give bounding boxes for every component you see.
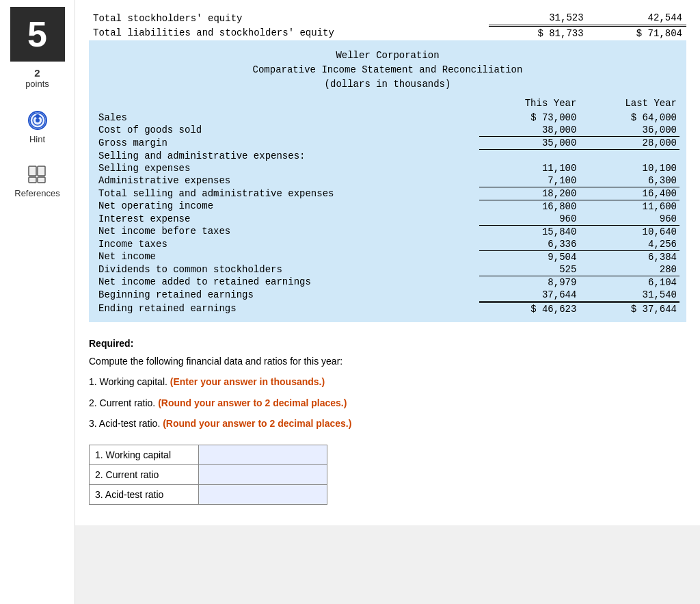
row-label: Income taxes <box>96 238 479 251</box>
required-title: Required: <box>89 336 686 351</box>
points-label: 2 points <box>25 67 49 89</box>
row-label: Net income added to retained earnings <box>96 276 479 289</box>
this-year-val: 525 <box>479 263 580 276</box>
required-item-1: 1. Working capital. (Enter your answer i… <box>89 374 686 389</box>
last-year-val: $ 71,804 <box>588 26 686 41</box>
svg-rect-6 <box>29 166 36 176</box>
col-this-year: This Year <box>479 97 580 111</box>
this-year-val: 960 <box>479 213 580 226</box>
last-year-val: 6,384 <box>579 250 679 263</box>
statement-subtitle: (dollars in thousands) <box>96 77 679 92</box>
row-label: Sales <box>96 111 479 124</box>
answer-input-cell[interactable] <box>199 485 327 505</box>
last-year-val: 960 <box>579 213 679 226</box>
sidebar: 5 2 points Hint References <box>0 0 75 604</box>
table-row: Beginning retained earnings37,64431,540 <box>96 289 679 302</box>
this-year-val: 38,000 <box>479 124 580 137</box>
answer-row: 3. Acid-test ratio <box>90 485 327 505</box>
income-table: This Year Last Year Sales$ 73,000$ 64,00… <box>96 97 679 315</box>
col-last-year: Last Year <box>579 97 679 111</box>
table-row: Income taxes6,3364,256 <box>96 238 679 251</box>
statement-header: Weller Corporation Comparative Income St… <box>96 49 679 92</box>
row-label: Selling expenses <box>96 162 479 174</box>
main-content: Total stockholders' equity 31,523 42,544… <box>75 0 700 604</box>
last-year-val: $ 64,000 <box>579 111 679 124</box>
question-number: 5 <box>10 7 65 62</box>
table-row: Selling expenses11,10010,100 <box>96 162 679 174</box>
balance-sheet-partial: Total stockholders' equity 31,523 42,544… <box>89 11 686 40</box>
row-label: Net operating income <box>96 200 479 213</box>
required-item-2: 2. Current ratio. (Round your answer to … <box>89 395 686 410</box>
company-name: Weller Corporation <box>96 49 679 63</box>
answer-input-cell[interactable] <box>199 445 327 465</box>
svg-rect-8 <box>29 177 36 183</box>
svg-rect-7 <box>38 166 45 176</box>
this-year-val: 8,979 <box>479 276 580 289</box>
last-year-val: 280 <box>579 263 679 276</box>
this-year-val: $ 73,000 <box>479 111 580 124</box>
answer-label: 2. Current ratio <box>90 465 199 485</box>
answer-label: 3. Acid-test ratio <box>90 485 199 505</box>
last-year-val: 10,100 <box>579 162 679 174</box>
answer-input-2[interactable] <box>199 465 327 484</box>
table-row: Gross margin35,00028,000 <box>96 137 679 150</box>
statement-title: Comparative Income Statement and Reconci… <box>96 63 679 77</box>
this-year-val: 18,200 <box>479 187 580 200</box>
last-year-val: 10,640 <box>579 225 679 238</box>
this-year-val: 16,800 <box>479 200 580 213</box>
row-label: Selling and administrative expenses: <box>96 150 479 162</box>
hint-label: Hint <box>29 134 45 144</box>
answer-label: 1. Working capital <box>90 445 199 465</box>
row-label: Interest expense <box>96 213 479 226</box>
required-section: Required: Compute the following financia… <box>89 336 686 432</box>
last-year-val: 36,000 <box>579 124 679 137</box>
this-year-val: 7,100 <box>479 174 580 187</box>
last-year-val: 4,256 <box>579 238 679 251</box>
table-row: Net operating income16,80011,600 <box>96 200 679 213</box>
row-label: Dividends to common stockholders <box>96 263 479 276</box>
table-row: Administrative expenses7,1006,300 <box>96 174 679 187</box>
hint-button[interactable]: Hint <box>20 105 55 148</box>
this-year-val: $ 81,733 <box>489 26 587 41</box>
last-year-val: 6,104 <box>579 276 679 289</box>
hint-icon <box>27 109 49 131</box>
this-year-val: 11,100 <box>479 162 580 174</box>
row-label: Net income <box>96 250 479 263</box>
table-row: Selling and administrative expenses: <box>96 150 679 162</box>
table-row: Total selling and administrative expense… <box>96 187 679 200</box>
row-label: Total selling and administrative expense… <box>96 187 479 200</box>
references-icon <box>26 163 48 185</box>
last-year-val <box>579 150 679 162</box>
this-year-val <box>479 150 580 162</box>
table-row: Dividends to common stockholders525280 <box>96 263 679 276</box>
required-item-3: 3. Acid-test ratio. (Round your answer t… <box>89 416 686 431</box>
svg-point-5 <box>36 118 40 122</box>
this-year-val: 35,000 <box>479 137 580 150</box>
last-year-val: 31,540 <box>579 289 679 302</box>
row-label: Gross margin <box>96 137 479 150</box>
table-row: Cost of goods sold38,00036,000 <box>96 124 679 137</box>
last-year-val: 16,400 <box>579 187 679 200</box>
this-year-val: 37,644 <box>479 289 580 302</box>
row-label: Beginning retained earnings <box>96 289 479 302</box>
references-button[interactable]: References <box>8 159 66 202</box>
last-year-val: 42,544 <box>588 11 686 26</box>
this-year-val: 31,523 <box>489 11 587 26</box>
column-headers: This Year Last Year <box>96 97 679 111</box>
this-year-val: 9,504 <box>479 250 580 263</box>
answer-input-3[interactable] <box>199 485 327 504</box>
answer-input-1[interactable] <box>199 445 327 464</box>
last-year-val: $ 37,644 <box>579 302 679 315</box>
answer-input-cell[interactable] <box>199 465 327 485</box>
row-label: Net income before taxes <box>96 225 479 238</box>
last-year-val: 28,000 <box>579 137 679 150</box>
this-year-val: $ 46,623 <box>479 302 580 315</box>
table-row: Sales$ 73,000$ 64,000 <box>96 111 679 124</box>
last-year-val: 11,600 <box>579 200 679 213</box>
this-year-val: 15,840 <box>479 225 580 238</box>
svg-rect-9 <box>38 177 45 183</box>
income-statement-container: Weller Corporation Comparative Income St… <box>89 40 686 322</box>
row-label: Administrative expenses <box>96 174 479 187</box>
table-row: Net income added to retained earnings8,9… <box>96 276 679 289</box>
references-label: References <box>14 188 59 198</box>
